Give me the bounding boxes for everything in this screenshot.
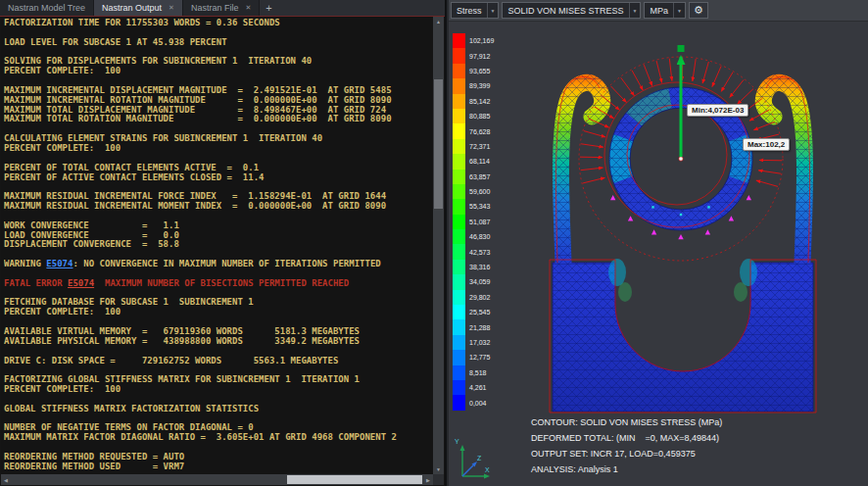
console-line: [4, 414, 433, 424]
legend-row: 38,316: [453, 260, 494, 274]
new-tab-button[interactable]: +: [260, 0, 277, 16]
console-line: MAXIMUM RESIDUAL INCREMENTAL MOMENT INDE…: [4, 202, 433, 212]
legend-row: 25,545: [453, 305, 494, 319]
node-marker: [707, 206, 709, 208]
load-arrow: [621, 77, 635, 96]
legend-row: 29,802: [453, 290, 494, 305]
model-viewport[interactable]: 102,16997,91293,65589,39985,14280,88576,…: [449, 22, 868, 486]
console-line: MAXIMUM RESIDUAL INCREMENTAL FORCE INDEX…: [4, 192, 433, 202]
console-line: FETCHING DATABASE FOR SUBCASE 1 SUBINCRE…: [4, 298, 433, 308]
scroll-up-icon[interactable]: ▲: [433, 17, 444, 26]
tab-close-icon[interactable]: ✕: [169, 4, 174, 12]
load-arrow: [693, 59, 696, 81]
console-vertical-scrollbar[interactable]: ▲ ▼: [433, 17, 444, 474]
scroll-down-icon[interactable]: ▼: [433, 464, 444, 474]
legend-row: 12,775: [453, 350, 494, 364]
horizontal-scroll-thumb[interactable]: [287, 475, 422, 484]
tab-nastran-model-tree[interactable]: Nastran Model Tree: [0, 0, 94, 16]
min-value-callout: Min:4,072E-03: [687, 104, 748, 117]
console-line: [4, 443, 433, 453]
legend-value: 63,857: [465, 173, 490, 180]
node-marker: [680, 214, 682, 216]
legend-color-swatch: [453, 229, 465, 244]
legend-row: 93,655: [453, 64, 494, 78]
constraint-marker: [747, 195, 751, 200]
legend-row: 80,885: [453, 109, 494, 123]
load-arrow: [738, 89, 754, 105]
legend-row: 68,114: [453, 154, 494, 169]
tab-label: Nastran File: [191, 3, 239, 13]
result-vector-dropdown[interactable]: SOLID VON MISES STRESS ▼: [502, 2, 641, 19]
panel-tab-bar: Nastran Model TreeNastran Output✕Nastran…: [0, 0, 445, 17]
console-line: LOAD CONVERGENCE = 0.0: [4, 231, 433, 241]
legend-value: 97,912: [465, 53, 490, 60]
scroll-right-icon[interactable]: ▶: [423, 474, 433, 485]
legend-value: 8,518: [465, 369, 487, 376]
error-code-link[interactable]: E5074: [68, 279, 94, 288]
y-axis-arrow: [460, 445, 465, 451]
contour-options-button[interactable]: ⚙: [689, 2, 708, 19]
tab-nastran-output[interactable]: Nastran Output✕: [94, 0, 183, 16]
console-line: FATAL ERROR E5074 MAXIMUM NUMBER OF BISE…: [4, 279, 433, 289]
scroll-left-icon[interactable]: ◀: [1, 474, 11, 485]
console-line: MAXIMUM TOTAL DISPLACEMENT MAGNITUDE = 8…: [4, 106, 433, 116]
console-line: [4, 289, 433, 299]
console-line: [4, 28, 433, 38]
console-line: [4, 365, 433, 375]
console-line: REORDERING METHOD USED = VRM7: [4, 462, 433, 472]
y-axis-label: Y: [455, 438, 459, 445]
viewport-panel: Stress ▼ SOLID VON MISES STRESS ▼ MPa ▼ …: [449, 0, 868, 486]
legend-color-swatch: [453, 260, 465, 274]
error-code-link[interactable]: E5074: [46, 260, 72, 268]
legend-color-swatch: [453, 395, 465, 410]
legend-row: 97,912: [453, 48, 494, 63]
vertical-scroll-thumb[interactable]: [434, 79, 443, 209]
console-line: AVAILABLE VIRTUAL MEMORY = 679119360 WOR…: [4, 327, 433, 337]
load-arrow: [581, 168, 603, 170]
legend-row: 85,142: [453, 94, 494, 109]
legend-row: 46,830: [453, 229, 494, 244]
legend-value: 0,004: [465, 400, 487, 407]
load-arrow: [584, 131, 605, 137]
result-type-dropdown[interactable]: Stress ▼: [451, 2, 499, 19]
console-line: PERCENT COMPLETE: 100: [4, 308, 433, 317]
result-vector-value: SOLID VON MISES STRESS: [507, 6, 623, 16]
legend-color-swatch: [453, 335, 465, 350]
legend-value: 17,032: [465, 339, 490, 346]
console-line: NUMBER OF NEGATIVE TERMS ON FACTOR DIAGO…: [4, 423, 433, 433]
console-line: [4, 124, 433, 134]
load-arrow: [632, 71, 643, 90]
legend-value: 34,059: [465, 278, 490, 285]
load-arrow: [758, 170, 781, 173]
legend-value: 55,343: [465, 203, 490, 210]
console-line: PERCENT COMPLETE: 100: [4, 385, 433, 395]
tab-close-icon[interactable]: ✕: [245, 4, 251, 12]
legend-color-swatch: [453, 199, 465, 214]
load-arrow: [656, 61, 662, 82]
console-line: MAXIMUM MATRIX FACTOR DIAGONAL RATIO = 3…: [4, 433, 433, 443]
constraint-marker: [705, 229, 710, 234]
legend-color-swatch: [453, 123, 465, 138]
load-arrow: [702, 62, 708, 83]
legend-color-swatch: [453, 109, 465, 123]
load-arrow: [712, 67, 721, 87]
legend-color-swatch: [453, 64, 465, 78]
console-line: [4, 269, 433, 279]
legend-color-swatch: [453, 380, 465, 395]
legend-row: 51,087: [453, 215, 494, 229]
console-line: DISPLACEMENT CONVERGENCE = 58.8: [4, 240, 433, 250]
legend-color-swatch: [453, 170, 465, 184]
console-line: [4, 317, 433, 327]
status-line: DEFORMED TOTAL: (MIN =0, MAX=8,49844): [531, 430, 722, 446]
console-horizontal-scrollbar[interactable]: ◀ ▶: [1, 474, 433, 485]
tab-nastran-file[interactable]: Nastran File✕: [183, 0, 260, 16]
legend-value: 29,802: [465, 294, 490, 301]
legend-color-swatch: [453, 274, 465, 289]
x-axis-label: X: [485, 466, 490, 473]
console-line: PERCENT OF ACTIVE CONTACT ELEMENTS CLOSE…: [4, 173, 433, 183]
console-line: PERCENT COMPLETE: 100: [4, 144, 433, 154]
result-type-value: Stress: [457, 6, 482, 16]
units-dropdown[interactable]: MPa ▼: [644, 2, 685, 19]
legend-color-swatch: [453, 94, 465, 109]
nastran-output-console[interactable]: FACTORIZATION TIME FOR 11755303 WORDS = …: [1, 17, 433, 474]
